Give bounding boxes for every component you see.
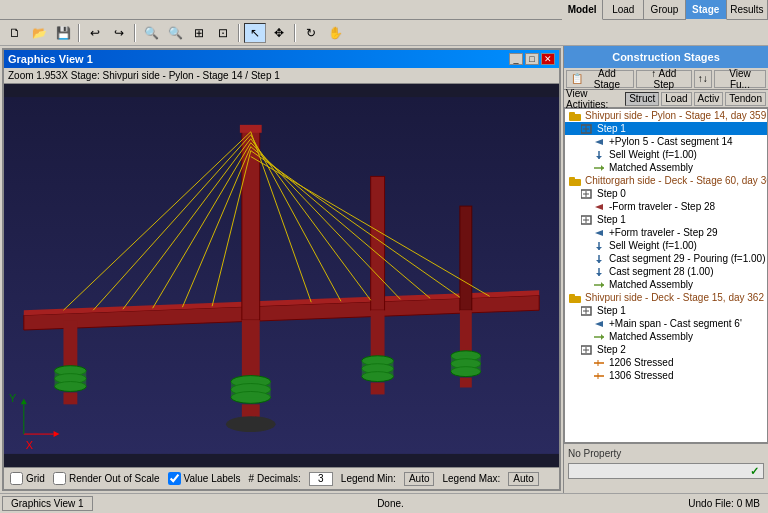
- tree-item-text: Shivpuri side - Pylon - Stage 14, day 35…: [585, 110, 766, 121]
- tree-item-text: Sell Weight (f=1.00): [609, 149, 697, 160]
- restore-btn[interactable]: □: [525, 53, 539, 65]
- svg-rect-39: [63, 320, 77, 370]
- tree-item[interactable]: Step 1: [565, 304, 767, 317]
- sep4: [294, 24, 296, 42]
- tree-item[interactable]: Step 1: [565, 213, 767, 226]
- tree-item[interactable]: Cast segment 28 (1.00): [565, 265, 767, 278]
- toolbar-pan[interactable]: ✋: [324, 23, 346, 43]
- grid-checkbox-label[interactable]: Grid: [10, 472, 45, 485]
- tree-item-text: Matched Assembly: [609, 162, 693, 173]
- node-icon: [593, 318, 607, 329]
- tree-item[interactable]: Matched Assembly: [565, 330, 767, 343]
- svg-marker-78: [601, 282, 604, 288]
- tree-item[interactable]: Chittorgarh side - Deck - Stage 60, day …: [565, 174, 767, 187]
- svg-rect-44: [63, 392, 77, 404]
- tree-item[interactable]: Matched Assembly: [565, 278, 767, 291]
- toolbar-rotate[interactable]: ↻: [300, 23, 322, 43]
- view-full-btn[interactable]: View Fu...: [714, 70, 766, 88]
- cs-tree[interactable]: Shivpuri side - Pylon - Stage 14, day 35…: [564, 108, 768, 443]
- view-struct-btn[interactable]: Struct: [625, 92, 659, 106]
- folder-icon: [569, 110, 583, 121]
- tree-item-text: Step 0: [597, 188, 626, 199]
- value-labels-label[interactable]: Value Labels: [168, 472, 241, 485]
- stress-icon: [593, 357, 607, 368]
- legend-min-label: Legend Min:: [341, 473, 396, 484]
- toolbar-redo[interactable]: ↪: [108, 23, 130, 43]
- legend-max-label: Legend Max:: [442, 473, 500, 484]
- toolbar-new[interactable]: 🗋: [4, 23, 26, 43]
- toolbar-open[interactable]: 📂: [28, 23, 50, 43]
- decimals-input[interactable]: [309, 472, 333, 486]
- toolbar-zoom-out[interactable]: 🔍: [164, 23, 186, 43]
- zoom-label: Zoom 1.953X Stage: Shivpuri side - Pylon…: [8, 70, 280, 81]
- toolbar-zoom-window[interactable]: ⊡: [212, 23, 234, 43]
- tree-item-text: Chittorgarh side - Deck - Stage 60, day …: [585, 175, 768, 186]
- graphics-title: Graphics View 1: [8, 53, 93, 65]
- toolbar-select[interactable]: ↖: [244, 23, 266, 43]
- tree-item[interactable]: Matched Assembly: [565, 161, 767, 174]
- status-text: Done.: [369, 498, 412, 509]
- view-load-btn[interactable]: Load: [661, 92, 691, 106]
- view-tendon-btn[interactable]: Tendon: [725, 92, 766, 106]
- tree-item[interactable]: Cast segment 29 - Pouring (f=1.00): [565, 252, 767, 265]
- render-checkbox-label[interactable]: Render Out of Scale: [53, 472, 160, 485]
- tree-item[interactable]: Sell Weight (f=1.00): [565, 148, 767, 161]
- tree-item[interactable]: Step 2: [565, 343, 767, 356]
- tab-results[interactable]: Results: [727, 0, 768, 20]
- tree-item-text: +Form traveler - Step 29: [609, 227, 718, 238]
- tree-item-text: Shivpuri side - Deck - Stage 15, day 362: [585, 292, 764, 303]
- right-tab-row: Model Load Group Stage Results: [562, 0, 768, 19]
- svg-text:X: X: [26, 439, 34, 451]
- stress-icon: [593, 370, 607, 381]
- graphics-bottom-bar: Grid Render Out of Scale Value Labels # …: [4, 467, 559, 489]
- toolbar-save[interactable]: 💾: [52, 23, 74, 43]
- tree-item-text: Cast segment 29 - Pouring (f=1.00): [609, 253, 765, 264]
- tree-item[interactable]: +Main span - Cast segment 6': [565, 317, 767, 330]
- svg-rect-32: [371, 383, 385, 395]
- view-tab[interactable]: Graphics View 1: [2, 496, 93, 511]
- svg-marker-66: [595, 204, 603, 210]
- tree-item[interactable]: Sell Weight (f=1.00): [565, 239, 767, 252]
- undo-status: Undo File: 0 MB: [688, 498, 768, 509]
- add-step-btn[interactable]: ↑ Add Step: [636, 70, 692, 88]
- tree-item[interactable]: Shivpuri side - Deck - Stage 15, day 362: [565, 291, 767, 304]
- value-labels-text: Value Labels: [184, 473, 241, 484]
- render-checkbox[interactable]: [53, 472, 66, 485]
- svg-rect-52: [569, 112, 575, 116]
- value-labels-checkbox[interactable]: [168, 472, 181, 485]
- grid-checkbox[interactable]: [10, 472, 23, 485]
- move-btn[interactable]: ↑↓: [694, 70, 712, 88]
- legend-max-btn[interactable]: Auto: [508, 472, 539, 486]
- view-activ-btn[interactable]: Activ: [694, 92, 724, 106]
- toolbar-zoom-fit[interactable]: ⊞: [188, 23, 210, 43]
- tab-group[interactable]: Group: [644, 0, 685, 20]
- tree-item[interactable]: -Form traveler - Step 28: [565, 200, 767, 213]
- tree-item[interactable]: Step 0: [565, 187, 767, 200]
- close-btn[interactable]: ✕: [541, 53, 555, 65]
- svg-point-26: [226, 416, 276, 432]
- tab-load[interactable]: Load: [603, 0, 644, 20]
- legend-min-btn[interactable]: Auto: [404, 472, 435, 486]
- add-stage-btn[interactable]: 📋 Add Stage: [566, 70, 634, 88]
- graphics-viewport[interactable]: X Y: [4, 84, 559, 467]
- tree-item[interactable]: Step 1: [565, 122, 767, 135]
- toolbar-move[interactable]: ✥: [268, 23, 290, 43]
- svg-rect-4: [240, 125, 262, 133]
- tree-item[interactable]: 1306 Stressed: [565, 369, 767, 382]
- minimize-btn[interactable]: _: [509, 53, 523, 65]
- toolbar-zoom-in[interactable]: 🔍: [140, 23, 162, 43]
- tab-model[interactable]: Model: [562, 0, 603, 20]
- tree-item[interactable]: +Form traveler - Step 29: [565, 226, 767, 239]
- svg-rect-62: [569, 177, 575, 181]
- prop-label: No Property: [566, 446, 766, 461]
- tree-item[interactable]: Shivpuri side - Pylon - Stage 14, day 35…: [565, 109, 767, 122]
- tree-item[interactable]: 1206 Stressed: [565, 356, 767, 369]
- sep1: [78, 24, 80, 42]
- tab-stage[interactable]: Stage: [686, 0, 727, 20]
- tree-item[interactable]: +Pylon 5 - Cast segment 14: [565, 135, 767, 148]
- cs-header: Construction Stages: [564, 46, 768, 68]
- left-spacer: [0, 0, 562, 19]
- tree-item-text: +Pylon 5 - Cast segment 14: [609, 136, 733, 147]
- toolbar-undo[interactable]: ↩: [84, 23, 106, 43]
- tree-item-text: Step 2: [597, 344, 626, 355]
